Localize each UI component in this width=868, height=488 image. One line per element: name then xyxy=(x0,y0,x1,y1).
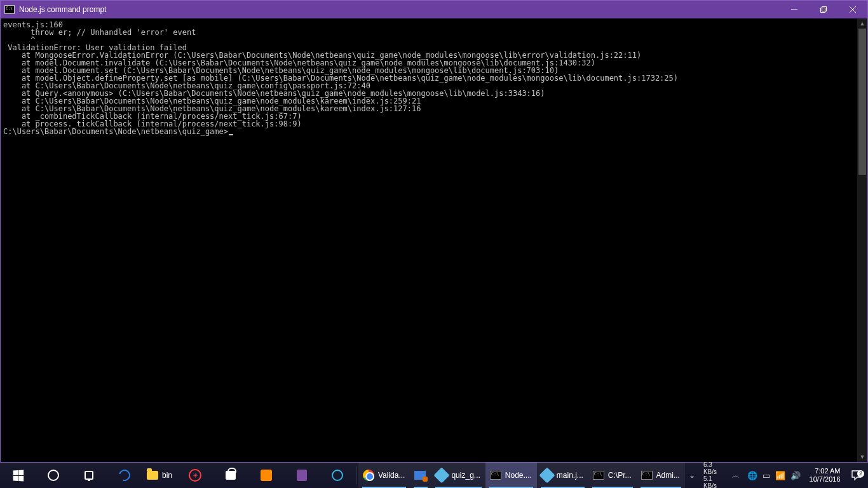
tray-overflow-button[interactable]: ⌄ xyxy=(685,471,700,480)
taskbar-cortana[interactable] xyxy=(36,463,71,488)
system-tray: ⌄ 6.3 KB/s 5.1 KB/s ︿ 🌐 ▭ 📶 🔊 7:02 AM 10… xyxy=(685,463,868,488)
taskbar-cortana2[interactable] xyxy=(320,463,355,488)
app-unknown-icon: ✳ xyxy=(189,469,201,482)
action-center-badge: 2 xyxy=(857,470,864,477)
scrollbar[interactable]: ▲ ▼ xyxy=(857,18,867,462)
nodecmd-icon xyxy=(489,469,502,482)
taskbar-app-chrome[interactable]: Valida... xyxy=(358,463,410,488)
cursor xyxy=(229,134,233,135)
clock[interactable]: 7:02 AM 10/7/2016 xyxy=(804,467,846,484)
scroll-track[interactable] xyxy=(857,29,867,452)
taskbar-label: quiz_g... xyxy=(451,471,480,480)
scroll-up-icon[interactable]: ▲ xyxy=(857,18,867,29)
taskbar-app-nodecmd[interactable]: Node.... xyxy=(485,463,537,488)
tray-icons: 🌐 ▭ 📶 🔊 xyxy=(743,471,804,480)
window-title: Node.js command prompt xyxy=(19,5,106,14)
taskbar-label: main.j... xyxy=(557,471,583,480)
taskbar-explorer[interactable]: bin xyxy=(142,463,177,488)
cortana2-icon xyxy=(331,469,344,482)
console-window: Node.js command prompt events.js:160 thr… xyxy=(0,0,868,463)
taskbar-separator xyxy=(356,466,357,484)
cmd-icon xyxy=(4,5,15,14)
net-down: 5.1 KB/s xyxy=(703,475,725,488)
tray-expand-icon[interactable]: ︿ xyxy=(729,470,743,481)
edge-icon xyxy=(118,469,131,482)
action-center-button[interactable]: 2 xyxy=(846,470,868,481)
taskbar: bin✳ Valida...quiz_g...Node....main.j...… xyxy=(0,463,868,488)
taskbar-app-admin[interactable]: Admi... xyxy=(637,463,685,488)
netbeans-icon xyxy=(435,469,448,482)
taskbar-task-view[interactable] xyxy=(71,463,107,488)
taskbar-label: Admi... xyxy=(656,471,680,480)
task-view-icon xyxy=(83,469,95,482)
network-speed[interactable]: 6.3 KB/s 5.1 KB/s xyxy=(700,461,729,488)
cortana-icon xyxy=(47,469,60,482)
taskbar-app-cmd2[interactable]: C:\Pr... xyxy=(588,463,637,488)
scroll-thumb[interactable] xyxy=(858,29,866,175)
taskbar-movies[interactable] xyxy=(248,463,284,488)
net-up: 6.3 KB/s xyxy=(703,461,725,475)
tray-icon-volume[interactable]: 🔊 xyxy=(790,471,801,480)
tray-icon-globe[interactable]: 🌐 xyxy=(747,471,757,480)
taskbar-edge[interactable] xyxy=(107,463,142,488)
svg-rect-1 xyxy=(822,7,827,11)
taskbar-label: bin xyxy=(162,471,172,480)
onenote-icon xyxy=(295,469,308,482)
taskbar-label: Valida... xyxy=(378,471,405,480)
maximize-button[interactable] xyxy=(809,1,838,18)
console-line: C:\Users\Babar\Documents\Node\netbeans\q… xyxy=(3,128,865,135)
svg-rect-0 xyxy=(821,8,825,13)
taskbar-label: C:\Pr... xyxy=(608,471,632,480)
console-line: throw er; // Unhandled 'error' event xyxy=(3,29,865,36)
taskbar-app-netbeans2[interactable]: main.j... xyxy=(537,463,588,488)
tray-icon-battery[interactable]: ▭ xyxy=(763,471,770,480)
cmd2-icon xyxy=(592,469,605,482)
tray-icon-wifi[interactable]: 📶 xyxy=(775,471,785,480)
clock-time: 7:02 AM xyxy=(815,467,840,475)
taskbar-label: Node.... xyxy=(505,471,532,480)
store-icon xyxy=(224,469,237,482)
minimize-button[interactable] xyxy=(780,1,809,18)
taskbar-app-netbeans[interactable]: quiz_g... xyxy=(431,463,485,488)
explorer-icon xyxy=(146,469,159,482)
start-icon xyxy=(11,469,24,482)
titlebar[interactable]: Node.js command prompt xyxy=(1,1,867,18)
movies-icon xyxy=(260,469,273,482)
taskbar-app-snip[interactable] xyxy=(410,463,431,488)
close-button[interactable] xyxy=(838,1,867,18)
taskbar-start[interactable] xyxy=(0,463,36,488)
admin-icon xyxy=(641,469,653,482)
netbeans2-icon xyxy=(541,469,553,482)
snip-icon xyxy=(414,469,426,482)
taskbar-onenote[interactable] xyxy=(284,463,320,488)
clock-date: 10/7/2016 xyxy=(810,475,841,484)
taskbar-app-unknown[interactable]: ✳ xyxy=(177,463,213,488)
console-body[interactable]: events.js:160 throw er; // Unhandled 'er… xyxy=(1,18,867,462)
chrome-icon xyxy=(362,469,375,482)
taskbar-store[interactable] xyxy=(213,463,248,488)
scroll-down-icon[interactable]: ▼ xyxy=(857,452,867,462)
